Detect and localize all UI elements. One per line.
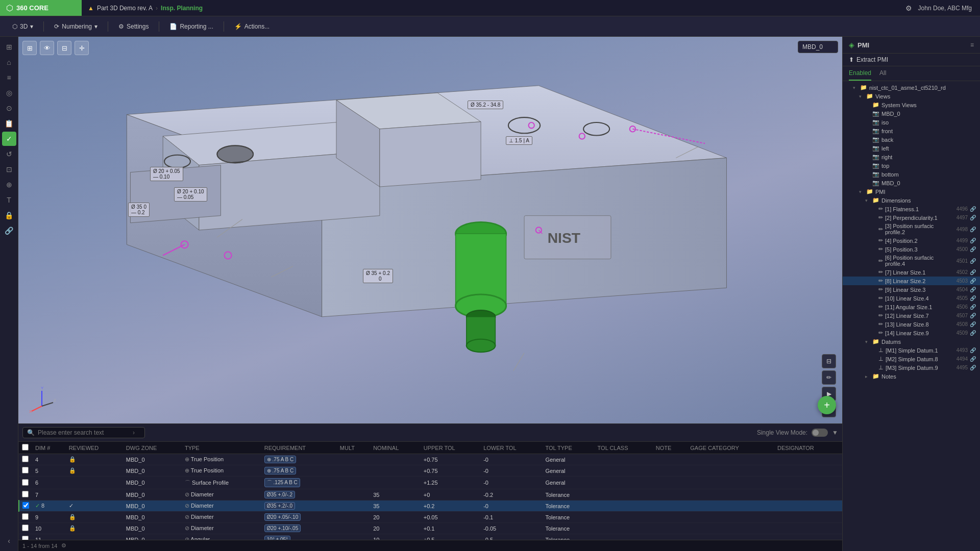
viewport-frame-btn[interactable]: ⊟ bbox=[57, 41, 71, 55]
sidebar-icon-grid[interactable]: ⊞ bbox=[2, 40, 16, 54]
tree-link-icon[interactable]: 🔗 bbox=[970, 365, 976, 370]
tree-link-icon[interactable]: 🔗 bbox=[970, 347, 976, 353]
tree-item[interactable]: 📷 MBD_0 bbox=[843, 109, 980, 118]
tree-item[interactable]: 📷 MBD_0 bbox=[843, 179, 980, 187]
pmi-menu-icon[interactable]: ≡ bbox=[970, 41, 974, 48]
tree-item[interactable]: ✏ [4] Position.2 4499 🔗 bbox=[843, 236, 980, 245]
row-check[interactable] bbox=[19, 465, 32, 477]
sidebar-icon-text[interactable]: T bbox=[2, 193, 16, 207]
tree-item[interactable]: ▾ 📁 Views bbox=[843, 92, 980, 101]
tree-link-icon[interactable]: 🔗 bbox=[970, 313, 976, 318]
tree-item[interactable]: ⊥ [M3] Simple Datum.9 4495 🔗 bbox=[843, 363, 980, 372]
tree-item[interactable]: ✏ [7] Linear Size.1 4502 🔗 bbox=[843, 268, 980, 277]
sidebar-icon-plus[interactable]: ⊕ bbox=[2, 178, 16, 192]
tree-item[interactable]: ✏ [12] Linear Size.7 4507 🔗 bbox=[843, 311, 980, 320]
reporting-button[interactable]: 📄 Reporting ... bbox=[163, 21, 219, 32]
tree-link-icon[interactable]: 🔗 bbox=[970, 258, 976, 264]
sidebar-icon-box[interactable]: ⊡ bbox=[2, 162, 16, 177]
viewport-3d[interactable]: ⊞ 👁 ⊟ ✛ MBD_0 iso front back left right … bbox=[18, 37, 842, 423]
tab-enabled[interactable]: Enabled bbox=[849, 66, 871, 81]
tree-link-icon[interactable]: 🔗 bbox=[970, 278, 976, 284]
tree-item[interactable]: ✏ [2] Perpendicularity.1 4497 🔗 bbox=[843, 213, 980, 222]
row-check[interactable] bbox=[19, 512, 32, 523]
table-row[interactable]: 5 🔒 MBD_0 ⊕ True Position ⊕ .75 A B C +0… bbox=[19, 465, 842, 477]
viewport-cross-btn[interactable]: ✛ bbox=[75, 41, 89, 55]
sidebar-icon-lock[interactable]: 🔒 bbox=[2, 208, 16, 222]
tree-item[interactable]: ✏ [14] Linear Size.9 4509 🔗 bbox=[843, 329, 980, 337]
tree-link-icon[interactable]: 🔗 bbox=[970, 321, 976, 327]
table-row[interactable]: 11 MBD_0 ⊘ Angular 10° ±.05° 10 +0.5 -0.… bbox=[19, 534, 842, 540]
tree-item[interactable]: 📷 front bbox=[843, 127, 980, 135]
row-check[interactable] bbox=[19, 477, 32, 489]
settings-gear-icon[interactable]: ⚙ bbox=[61, 542, 66, 549]
filter-icon[interactable]: ▼ bbox=[832, 429, 838, 436]
tree-item[interactable]: 📷 right bbox=[843, 153, 980, 161]
tree-link-icon[interactable]: 🔗 bbox=[970, 206, 976, 212]
sidebar-icon-arrow[interactable]: ‹ bbox=[2, 534, 16, 548]
tree-link-icon[interactable]: 🔗 bbox=[970, 330, 976, 336]
tree-item[interactable]: ✏ [8] Linear Size.2 4503 🔗 bbox=[843, 277, 980, 285]
tree-item[interactable]: ✏ [9] Linear Size.3 4504 🔗 bbox=[843, 285, 980, 294]
tree-item[interactable]: ✏ [10] Linear Size.4 4505 🔗 bbox=[843, 294, 980, 303]
tree-link-icon[interactable]: 🔗 bbox=[970, 238, 976, 243]
sidebar-icon-refresh[interactable]: ↺ bbox=[2, 147, 16, 161]
sidebar-icon-target[interactable]: ◎ bbox=[2, 86, 16, 100]
sidebar-icon-list[interactable]: ≡ bbox=[2, 70, 16, 85]
viewport-ctrl-frame[interactable]: ⊟ bbox=[822, 354, 836, 368]
add-fab-button[interactable]: + bbox=[818, 396, 836, 414]
row-check[interactable] bbox=[19, 534, 32, 540]
tree-link-icon[interactable]: 🔗 bbox=[970, 269, 976, 275]
tree-item[interactable]: 📷 top bbox=[843, 161, 980, 170]
tree-item[interactable]: ✏ [1] Flatness.1 4496 🔗 bbox=[843, 205, 980, 213]
breadcrumb-part[interactable]: Part 3D Demo rev. A bbox=[97, 5, 153, 12]
actions-button[interactable]: ⚡ Actions... bbox=[228, 21, 276, 32]
single-view-toggle[interactable] bbox=[812, 429, 828, 437]
tree-item[interactable]: 📷 left bbox=[843, 144, 980, 153]
table-row[interactable]: 10 🔒 MBD_0 ⊘ Diameter Ø20 +.10/-.05 20 +… bbox=[19, 523, 842, 534]
tree-item[interactable]: ▾ 📁 Dimensions bbox=[843, 196, 980, 205]
tree-item[interactable]: ✏ [5] Position.3 4500 🔗 bbox=[843, 245, 980, 254]
viewport-ctrl-edit[interactable]: ✏ bbox=[822, 370, 836, 385]
tree-item[interactable]: ⊥ [M1] Simple Datum.1 4493 🔗 bbox=[843, 346, 980, 355]
tree-item[interactable]: ▸ 📁 Notes bbox=[843, 372, 980, 381]
tree-item[interactable]: ▾ 📁 nist_ctc_01_asme1_ct5210_rd bbox=[843, 83, 980, 92]
tree-item[interactable]: ✏ [3] Position surfacic profile.2 4498 🔗 bbox=[843, 222, 980, 236]
table-row[interactable]: 7 MBD_0 ⊘ Diameter Ø35 +.0/-.2 35 +0 -0.… bbox=[19, 489, 842, 500]
search-input[interactable] bbox=[38, 429, 130, 436]
view-3d-button[interactable]: ⬡ 3D ▾ bbox=[6, 21, 39, 32]
sidebar-icon-home[interactable]: ⌂ bbox=[2, 55, 16, 69]
tree-link-icon[interactable]: 🔗 bbox=[970, 287, 976, 292]
tree-item[interactable]: ✏ [11] Angular Size.1 4506 🔗 bbox=[843, 303, 980, 311]
tree-item[interactable]: 📁 System Views bbox=[843, 101, 980, 109]
table-row[interactable]: 9 🔒 MBD_0 ⊘ Diameter Ø20 +.05/-.10 20 +0… bbox=[19, 512, 842, 523]
numbering-button[interactable]: ⟳ Numbering ▾ bbox=[48, 21, 104, 32]
row-check[interactable] bbox=[19, 523, 32, 534]
user-settings-icon[interactable]: ⚙ bbox=[905, 4, 912, 12]
tree-item[interactable]: ✏ [6] Position surfacic profile.4 4501 🔗 bbox=[843, 254, 980, 268]
viewport-square-btn[interactable]: ⊞ bbox=[22, 41, 37, 55]
tree-link-icon[interactable]: 🔗 bbox=[970, 227, 976, 232]
table-row[interactable]: 4 🔒 MBD_0 ⊕ True Position ⊕ .75 A B C +0… bbox=[19, 454, 842, 465]
sidebar-icon-circle[interactable]: ⊙ bbox=[2, 101, 16, 115]
sidebar-icon-link[interactable]: 🔗 bbox=[2, 223, 16, 238]
logo-area[interactable]: ⬡ 360 CORE bbox=[0, 0, 82, 16]
row-check[interactable] bbox=[19, 500, 32, 512]
tree-link-icon[interactable]: 🔗 bbox=[970, 295, 976, 301]
sidebar-icon-active[interactable]: ✓ bbox=[2, 132, 16, 146]
tree-link-icon[interactable]: 🔗 bbox=[970, 246, 976, 252]
select-all-checkbox[interactable] bbox=[22, 444, 29, 450]
tab-all[interactable]: All bbox=[879, 66, 886, 81]
row-check[interactable] bbox=[19, 454, 32, 465]
tree-item[interactable]: 📷 iso bbox=[843, 118, 980, 127]
tree-item[interactable]: 📷 back bbox=[843, 135, 980, 144]
table-row[interactable]: ✓ 8 ✓ MBD_0 ⊘ Diameter Ø35 +.2/-.0 35 +0… bbox=[19, 500, 842, 512]
tree-item[interactable]: ▾ 📁 PMI bbox=[843, 187, 980, 196]
tree-item[interactable]: ⊥ [M2] Simple Datum.8 4494 🔗 bbox=[843, 355, 980, 363]
col-checkbox[interactable] bbox=[19, 442, 32, 454]
sidebar-icon-clipboard[interactable]: 📋 bbox=[2, 116, 16, 131]
tree-link-icon[interactable]: 🔗 bbox=[970, 356, 976, 362]
tree-link-icon[interactable]: 🔗 bbox=[970, 215, 976, 220]
search-box[interactable]: 🔍 › bbox=[22, 427, 145, 438]
extract-pmi-button[interactable]: ⬆ Extract PMI bbox=[843, 54, 980, 66]
tree-item[interactable]: ▾ 📁 Datums bbox=[843, 337, 980, 346]
